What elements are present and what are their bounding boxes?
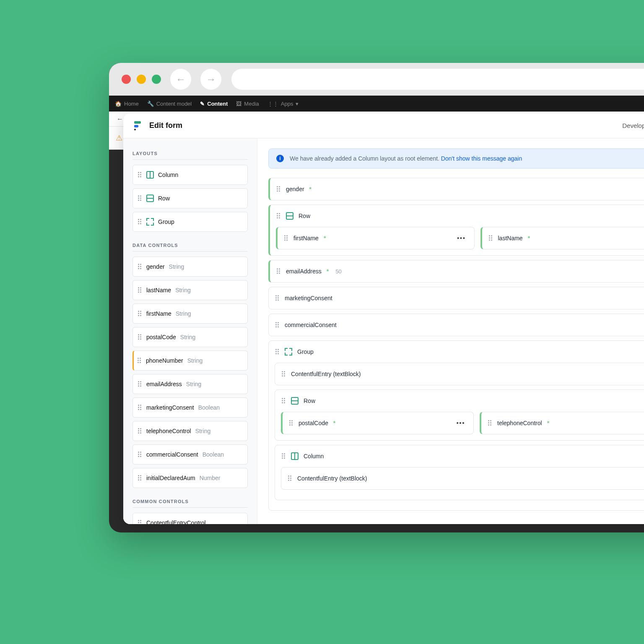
drag-handle-icon[interactable] [277, 186, 281, 192]
form-block-commercialconsent[interactable]: commercialConsent ••• [268, 314, 644, 336]
topnav-home[interactable]: 🏠Home [115, 101, 139, 107]
group-icon [285, 348, 292, 356]
drag-handle-icon[interactable] [138, 452, 142, 457]
required-icon: * [333, 420, 335, 426]
drag-handle-icon[interactable] [138, 358, 142, 364]
drag-handle-icon[interactable] [275, 322, 280, 328]
control-type: String [176, 310, 191, 317]
form-block-postalcode[interactable]: postalCode * ••• [281, 412, 474, 434]
required-icon: * [309, 186, 312, 192]
drag-handle-icon[interactable] [489, 235, 493, 241]
drag-handle-icon[interactable] [288, 475, 292, 481]
drag-handle-icon[interactable] [275, 295, 280, 301]
datacontrol-firstname[interactable]: firstName String [132, 304, 248, 324]
window-maximize-icon[interactable] [152, 75, 161, 84]
block-label: Column [304, 453, 324, 460]
topnav-apps[interactable]: ⋮⋮Apps▾ [267, 101, 299, 107]
drag-handle-icon[interactable] [282, 371, 286, 377]
form-block-contentfulentry-2[interactable]: ContentfulEntry (textBlock) ••• [281, 467, 644, 490]
drag-handle-icon[interactable] [138, 264, 142, 270]
column-icon [291, 452, 299, 460]
drag-handle-icon[interactable] [277, 268, 281, 274]
page-header: Edit form Developer General [123, 113, 644, 138]
drag-handle-icon[interactable] [138, 428, 142, 434]
control-type: String [169, 263, 184, 270]
info-dismiss-link[interactable]: Don't show this message again [441, 155, 522, 162]
topnav-content-model[interactable]: 🔧Content model [147, 101, 192, 107]
commoncontrol-contentfulentrycontrol[interactable]: ContentfulEntryControl [132, 513, 248, 524]
required-icon: * [547, 420, 549, 426]
form-block-row[interactable]: Row ••• firstName * ••• [268, 205, 644, 256]
form-block-gender[interactable]: gender * ••• [268, 178, 644, 200]
info-banner: i We have already added a Column layout … [268, 148, 644, 169]
block-label: Row [304, 397, 315, 404]
drag-handle-icon[interactable] [138, 219, 142, 225]
datacontrol-marketingconsent[interactable]: marketingConsent Boolean [132, 397, 248, 418]
form-block-firstname[interactable]: firstName * ••• [276, 227, 475, 249]
url-bar[interactable] [231, 69, 644, 90]
form-block-marketingconsent[interactable]: marketingConsent ••• [268, 287, 644, 309]
datacontrol-gender[interactable]: gender String [132, 257, 248, 277]
datacontrol-postalcode[interactable]: postalCode String [132, 327, 248, 347]
block-label: lastName [498, 235, 523, 242]
form-block-contentfulentry[interactable]: ContentfulEntry (textBlock) ••• [275, 363, 644, 385]
form-block-lastname[interactable]: lastName * ••• [480, 227, 644, 249]
nav-forward-button[interactable]: → [200, 69, 221, 90]
form-block-telephonecontrol[interactable]: telephoneControl * ••• [480, 412, 644, 434]
content-shell: Edit form Developer General LAYOUTS Colu… [123, 113, 644, 524]
tab-developer[interactable]: Developer [622, 122, 644, 129]
block-label: ContentfulEntry (textBlock) [297, 475, 367, 482]
drag-handle-icon[interactable] [275, 349, 280, 355]
info-icon: i [276, 155, 284, 162]
drag-handle-icon[interactable] [138, 520, 142, 524]
datacontrol-initialdeclaredaum[interactable]: initialDeclaredAum Number [132, 468, 248, 488]
drag-handle-icon[interactable] [138, 172, 142, 178]
sidebar-section-layouts: LAYOUTS [132, 151, 248, 160]
control-type: String [187, 357, 203, 364]
more-icon[interactable]: ••• [456, 233, 467, 243]
more-icon[interactable]: ••• [455, 418, 467, 428]
form-block-emailaddress[interactable]: emailAddress * 50 ••• [268, 260, 644, 283]
control-type: Boolean [198, 404, 220, 411]
control-name: postalCode [146, 334, 176, 340]
drag-handle-icon[interactable] [277, 213, 281, 219]
datacontrol-telephonecontrol[interactable]: telephoneControl String [132, 421, 248, 441]
drag-handle-icon[interactable] [138, 195, 142, 201]
drag-handle-icon[interactable] [138, 405, 142, 410]
block-label: firstName [293, 235, 319, 242]
form-block-column[interactable]: Column ••• ContentfulEntry (textBlock) •… [275, 445, 644, 500]
drag-handle-icon[interactable] [138, 381, 142, 387]
layout-row[interactable]: Row [132, 188, 248, 208]
nav-back-button[interactable]: ← [170, 69, 191, 90]
drag-handle-icon[interactable] [289, 420, 293, 426]
window-close-icon[interactable] [122, 75, 131, 84]
drag-handle-icon[interactable] [138, 334, 142, 340]
datacontrol-emailaddress[interactable]: emailAddress String [132, 374, 248, 394]
group-icon [146, 218, 154, 226]
form-block-group[interactable]: Group ••• ContentfulEntry (textBlock) ••… [268, 340, 644, 511]
drag-handle-icon[interactable] [488, 420, 492, 426]
layout-group[interactable]: Group [132, 212, 248, 232]
datacontrol-phonenumber[interactable]: phoneNumber String [132, 351, 248, 371]
control-name: phoneNumber [146, 357, 183, 364]
datacontrol-commercialconsent[interactable]: commercialConsent Boolean [132, 444, 248, 465]
drag-handle-icon[interactable] [284, 235, 288, 241]
back-arrow-icon[interactable]: ← [117, 115, 123, 123]
drag-handle-icon[interactable] [138, 287, 142, 293]
form-block-row-2[interactable]: Row ••• postalCode * [275, 390, 644, 441]
datacontrol-lastname[interactable]: lastName String [132, 280, 248, 300]
layout-column[interactable]: Column [132, 165, 248, 185]
app-topnav: 🏠Home 🔧Content model ✎Content 🖼Media ⋮⋮A… [109, 96, 644, 112]
drag-handle-icon[interactable] [138, 475, 142, 481]
topnav-content[interactable]: ✎Content [200, 101, 228, 107]
control-type: String [180, 334, 196, 340]
topnav-media[interactable]: 🖼Media [236, 101, 259, 107]
drag-handle-icon[interactable] [282, 453, 286, 459]
drag-handle-icon[interactable] [282, 398, 286, 404]
drag-handle-icon[interactable] [138, 311, 142, 317]
control-name: initialDeclaredAum [146, 475, 195, 481]
control-name: emailAddress [146, 381, 182, 387]
window-minimize-icon[interactable] [137, 75, 146, 84]
sidebar: LAYOUTS Column Row Group DATA CONTROLS [123, 138, 257, 524]
page-title: Edit form [149, 121, 182, 130]
